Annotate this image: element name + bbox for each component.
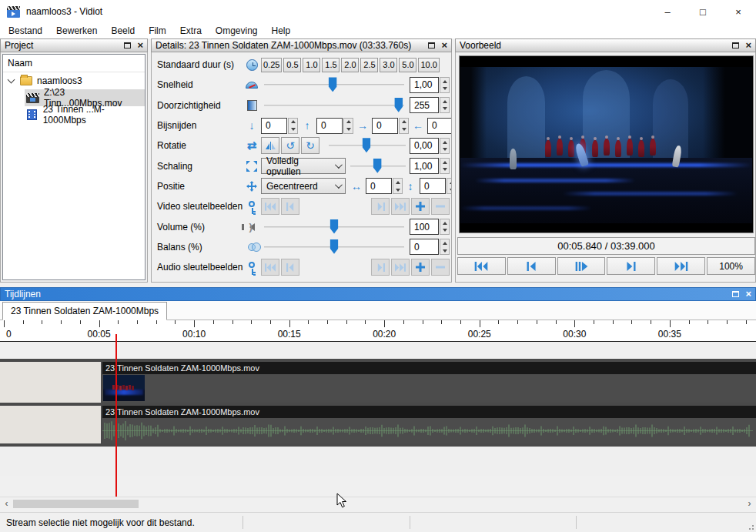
timeline-ruler[interactable]: 000:0500:1000:1500:2000:2500:3000:35 — [0, 320, 756, 342]
rotation-value[interactable]: 0,00 — [410, 138, 439, 154]
volume-slider[interactable] — [264, 219, 404, 236]
video-keyframe-remove-button[interactable] — [431, 198, 450, 215]
crop-bottom-stepper[interactable] — [343, 118, 353, 134]
crop-bottom-value[interactable]: 0 — [316, 118, 343, 134]
audio-keyframe-first-button[interactable] — [261, 259, 279, 276]
preview-close-icon[interactable]: × — [745, 42, 751, 49]
menu-omgeving[interactable]: Omgeving — [209, 24, 265, 38]
timeline-horizontal-scrollbar[interactable]: ‹ › — [0, 497, 756, 509]
audio-track-header[interactable] — [0, 406, 102, 443]
balance-spin[interactable]: 0 — [410, 239, 450, 255]
volume-spin[interactable]: 100 — [410, 219, 450, 235]
volume-value[interactable]: 100 — [410, 219, 439, 235]
balance-slider[interactable] — [264, 239, 404, 256]
play-button[interactable] — [557, 257, 606, 275]
scaling-stepper[interactable] — [440, 158, 450, 174]
resize-grip[interactable] — [747, 523, 754, 530]
maximize-button[interactable]: □ — [685, 0, 721, 23]
position-y-stepper[interactable] — [447, 178, 451, 194]
menu-help[interactable]: Help — [265, 24, 298, 38]
balance-value[interactable]: 0 — [410, 239, 439, 255]
crop-top-value[interactable]: 0 — [261, 118, 287, 134]
volume-stepper[interactable] — [440, 219, 450, 235]
position-mode-combo[interactable]: Gecentreerd — [261, 178, 346, 194]
previous-frame-button[interactable] — [507, 257, 556, 275]
audio-keyframe-prev-button[interactable] — [281, 259, 299, 276]
rotation-slider[interactable] — [329, 137, 406, 154]
duration-0.25-button[interactable]: 0.25 — [261, 58, 282, 72]
speed-spin[interactable]: 1,00 — [410, 77, 450, 93]
rotate-cw-button[interactable]: ↻ — [301, 137, 319, 154]
opacity-stepper[interactable] — [440, 97, 450, 113]
project-column-header[interactable]: Naam — [3, 55, 145, 72]
duration-0.5-button[interactable]: 0.5 — [283, 58, 301, 72]
zoom-level-button[interactable]: 100% — [707, 257, 755, 275]
crop-top-stepper[interactable] — [288, 118, 298, 134]
timeline-close-icon[interactable]: × — [745, 290, 751, 298]
chevron-expanded-icon[interactable] — [8, 76, 15, 84]
scaling-slider[interactable] — [350, 158, 406, 175]
scrollbar-thumb[interactable] — [13, 500, 139, 508]
crop-left-spin[interactable]: 0 — [372, 118, 409, 134]
position-x-spin[interactable]: 0 — [366, 178, 403, 194]
timeline-tab[interactable]: 23 Tinnen Soldaten ZAM-1000Mbps — [2, 302, 167, 320]
video-keyframe-next-button[interactable] — [371, 198, 390, 215]
next-frame-button[interactable] — [607, 257, 655, 275]
duration-10.0-button[interactable]: 10.0 — [418, 58, 439, 72]
position-y-spin[interactable]: 0 — [420, 178, 451, 194]
opacity-slider[interactable] — [264, 97, 404, 114]
menu-extra[interactable]: Extra — [173, 24, 209, 38]
duration-2.0-button[interactable]: 2.0 — [341, 58, 359, 72]
scaling-value[interactable]: 1,00 — [410, 158, 439, 174]
duration-2.5-button[interactable]: 2.5 — [360, 58, 378, 72]
audio-clip[interactable]: 23 Tinnen Soldaten ZAM-1000Mbps.mov — [102, 406, 756, 443]
tree-item-film[interactable]: 23 Tinnen ...M-1000Mbps — [3, 106, 145, 123]
duration-1.5-button[interactable]: 1.5 — [322, 58, 340, 72]
audio-keyframe-remove-button[interactable] — [431, 259, 450, 276]
duration-5.0-button[interactable]: 5.0 — [399, 58, 416, 72]
video-keyframe-first-button[interactable] — [261, 198, 279, 215]
audio-keyframe-last-button[interactable] — [391, 259, 410, 276]
flip-horizontal-button[interactable] — [261, 137, 279, 154]
speed-value[interactable]: 1,00 — [410, 77, 439, 93]
project-float-icon[interactable] — [124, 42, 131, 49]
position-x-value[interactable]: 0 — [366, 178, 392, 194]
preview-float-icon[interactable] — [732, 42, 739, 49]
video-clip[interactable]: 23 Tinnen Soldaten ZAM-1000Mbps.mov — [102, 362, 756, 403]
close-button[interactable]: × — [721, 0, 756, 23]
duration-3.0-button[interactable]: 3.0 — [380, 58, 397, 72]
speed-slider[interactable] — [264, 76, 404, 93]
menu-beeld[interactable]: Beeld — [104, 24, 142, 38]
details-close-icon[interactable]: × — [441, 42, 447, 49]
details-float-icon[interactable] — [428, 42, 435, 49]
rotation-spin[interactable]: 0,00 — [410, 138, 450, 154]
crop-bottom-spin[interactable]: 0 — [316, 118, 353, 134]
skip-to-start-button[interactable] — [457, 257, 506, 275]
project-close-icon[interactable]: × — [137, 42, 143, 49]
menu-film[interactable]: Film — [142, 24, 173, 38]
crop-right-value[interactable]: 0 — [427, 118, 451, 134]
scroll-right-button[interactable]: › — [743, 497, 756, 510]
crop-top-spin[interactable]: 0 — [261, 118, 298, 134]
skip-to-end-button[interactable] — [657, 257, 705, 275]
speed-stepper[interactable] — [440, 77, 450, 93]
audio-keyframe-add-button[interactable] — [411, 259, 430, 276]
audio-keyframe-next-button[interactable] — [371, 259, 390, 276]
rotation-stepper[interactable] — [440, 138, 450, 154]
playhead-cursor[interactable] — [115, 334, 117, 497]
position-y-value[interactable]: 0 — [420, 178, 446, 194]
opacity-value[interactable]: 255 — [410, 97, 439, 113]
menu-bestand[interactable]: Bestand — [2, 24, 49, 38]
crop-left-stepper[interactable] — [399, 118, 409, 134]
scaling-spin[interactable]: 1,00 — [410, 158, 450, 174]
duration-1.0-button[interactable]: 1.0 — [303, 58, 320, 72]
video-keyframe-last-button[interactable] — [391, 198, 410, 215]
menu-bewerken[interactable]: Bewerken — [49, 24, 104, 38]
crop-left-value[interactable]: 0 — [372, 118, 398, 134]
scaling-mode-combo[interactable]: Volledig opvullen — [261, 158, 346, 174]
position-x-stepper[interactable] — [393, 178, 403, 194]
scroll-left-button[interactable]: ‹ — [0, 497, 13, 510]
rotate-ccw-button[interactable]: ↺ — [281, 137, 299, 154]
minimize-button[interactable]: – — [650, 0, 685, 23]
video-keyframe-prev-button[interactable] — [281, 198, 299, 215]
